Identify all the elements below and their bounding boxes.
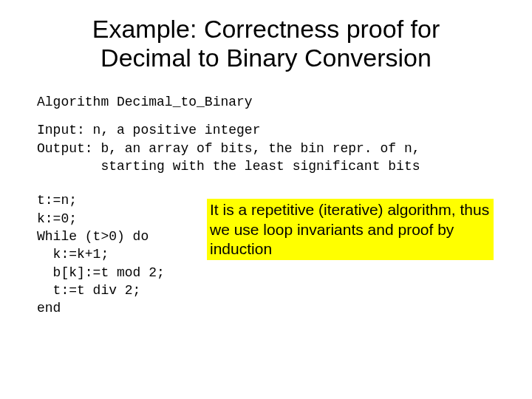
title-line-1: Example: Correctness proof for [92, 15, 440, 43]
title-line-2: Decimal to Binary Conversion [100, 44, 432, 72]
io-description: Input: n, a positive integer Output: b, … [37, 121, 495, 175]
algorithm-name: Algorithm Decimal_to_Binary [37, 93, 495, 111]
pseudocode: t:=n; k:=0; While (t>0) do k:=k+1; b[k]:… [37, 191, 192, 317]
body-row: t:=n; k:=0; While (t>0) do k:=k+1; b[k]:… [37, 191, 495, 317]
slide: Example: Correctness proof for Decimal t… [0, 0, 532, 399]
slide-title: Example: Correctness proof for Decimal t… [37, 15, 495, 72]
highlight-callout: It is a repetitive (iterative) algorithm… [207, 199, 494, 260]
